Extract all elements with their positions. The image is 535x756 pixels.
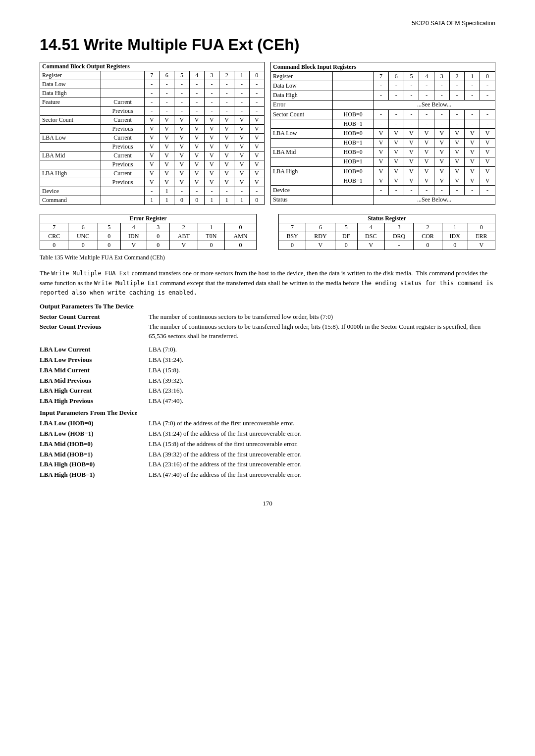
table-row: Sector Count Current VVVVVVVV [40,116,265,125]
param-row-lba-low-hob0: LBA Low (HOB=0) LBA (7:0) of the address… [40,419,495,428]
error-reg-header: Error Register [40,214,257,223]
table-row: 000V0V00 [40,241,257,250]
table-row: HOB=1 VVVVVVVV [271,138,495,148]
param-value-lmh0: LBA (15:8) of the address of the first u… [149,440,495,449]
param-label-llp: LBA Low Previous [40,356,92,363]
param-value-lmh1: LBA (39:32) of the address of the first … [149,450,495,459]
param-row-lba-high-prev: LBA High Previous LBA (47:40). [40,397,495,406]
param-value-scp: The number of continuous sectors to be t… [149,322,495,341]
param-label-lhp: LBA High Previous [40,397,93,404]
table-row: Data High -------- [271,91,495,100]
out-col-3: 3 [204,71,219,80]
reg-error-status-section: Error Register 76543210 CRCUNC0IDN0ABTT0… [40,214,495,250]
param-row-lba-mid-prev: LBA Mid Previous LBA (39:32). [40,376,495,386]
param-label-llh0: LBA Low (HOB=0) [40,419,94,427]
output-params-section: Output Parameters To The Device Sector C… [40,302,495,406]
param-label-lmh1: LBA Mid (HOB=1) [40,451,93,458]
param-value-llp: LBA (31:24). [149,355,495,365]
param-row-sector-count-prev: Sector Count Previous The number of cont… [40,322,495,341]
param-value-lhc: LBA (23:16). [149,386,495,396]
table-row: CRCUNC0IDN0ABTT0NAMN [40,232,257,241]
param-value-llh1: LBA (31:24) of the address of the first … [149,429,495,439]
page-title: 14.51 Write Multiple FUA Ext (CEh) [40,36,495,54]
param-label-scc: Sector Count Current [40,313,100,320]
param-row-lba-low-hob1: LBA Low (HOB=1) LBA (31:24) of the addre… [40,429,495,439]
table-row: Device -1------ [40,187,265,196]
table-row: Previous VVVVVVVV [40,143,265,151]
table-row: LBA Low Current VVVVVVVV [40,134,265,143]
table-row: 76543210 [40,223,257,232]
status-register-table: Status Register 76543210 BSYRDYDFDSCDRQC… [278,214,495,250]
param-row-sector-count-current: Sector Count Current The number of conti… [40,312,495,322]
table-row: Previous VVVVVVVV [40,178,265,187]
param-value-llc: LBA (7:0). [149,345,495,354]
table-row: LBA Low HOB=0 VVVVVVVV [271,129,495,138]
table-row: Feature Current -------- [40,98,265,107]
out-col-7: 7 [144,71,159,80]
param-value-scc: The number of continuous sectors to be t… [149,312,495,322]
input-params-section: Input Parameters From The Device LBA Low… [40,409,495,480]
page-number: 170 [40,500,495,507]
output-reg-header: Command Block Output Registers [40,62,265,71]
param-row-lba-low-prev: LBA Low Previous LBA (31:24). [40,355,495,365]
table-row: Data High -------- [40,89,265,98]
param-row-lba-mid-cur: LBA Mid Current LBA (15:8). [40,366,495,375]
input-reg-header: Command Block Input Registers [271,62,495,72]
param-row-lba-mid-hob1: LBA Mid (HOB=1) LBA (39:32) of the addre… [40,450,495,459]
doc-title-text: 5K320 SATA OEM Specification [412,20,495,27]
param-label-lhh1: LBA High (HOB=1) [40,471,95,478]
main-tables-row: Command Block Output Registers Register … [40,62,495,205]
out-col-5: 5 [174,71,189,80]
param-label-llc: LBA Low Current [40,346,90,353]
out-col-4: 4 [189,71,204,80]
table-row: 76543210 [279,223,495,232]
param-value-lhp: LBA (47:40). [149,397,495,406]
param-row-lba-low-cur: LBA Low Current LBA (7:0). [40,345,495,354]
table-row: BSYRDYDFDSCDRQCORIDXERR [279,232,495,241]
out-col-0: 0 [249,71,264,80]
error-register-table: Error Register 76543210 CRCUNC0IDN0ABTT0… [40,214,257,250]
table-row: HOB=1 -------- [271,119,495,129]
table-row: Data Low -------- [40,80,265,89]
out-col-register: Register [40,71,101,80]
param-label-llh1: LBA Low (HOB=1) [40,430,94,437]
param-value-llh0: LBA (7:0) of the address of the first un… [149,419,495,428]
param-row-lba-mid-hob0: LBA Mid (HOB=0) LBA (15:8) of the addres… [40,440,495,449]
param-label-lmh0: LBA Mid (HOB=0) [40,440,93,448]
table-row: LBA Mid Current VVVVVVVV [40,151,265,160]
status-reg-header: Status Register [279,214,495,223]
table-row: Command 11001110 [40,196,265,205]
param-row-lba-high-hob1: LBA High (HOB=1) LBA (47:40) of the addr… [40,470,495,480]
table-row: Previous -------- [40,107,265,116]
table-row: Sector Count HOB=0 -------- [271,109,495,119]
param-label-lhh0: LBA High (HOB=0) [40,460,95,468]
input-registers-table: Command Block Input Registers Register 7… [270,62,495,205]
table-caption: Table 135 Write Multiple FUA Ext Command… [40,254,495,261]
out-col-sub [101,71,144,80]
table-row: Device -------- [271,186,495,195]
table-row: HOB=1 VVVVVVVV [271,157,495,166]
table-row: Status ...See Below... [271,195,495,204]
param-value-lmp: LBA (39:32). [149,376,495,386]
description-para1: The Write Multiple FUA Ext command trans… [40,268,495,298]
table-row: Previous VVVVVVVV [40,160,265,169]
description-block: The Write Multiple FUA Ext command trans… [40,268,495,298]
param-row-lba-high-cur: LBA High Current LBA (23:16). [40,386,495,396]
table-row: LBA Mid HOB=0 VVVVVVVV [271,148,495,157]
param-label-lmp: LBA Mid Previous [40,377,91,384]
table-row: Data Low -------- [271,81,495,91]
param-value-lhh1: LBA (47:40) of the address of the first … [149,470,495,480]
table-row: LBA High HOB=0 VVVVVVVV [271,167,495,176]
out-col-1: 1 [234,71,249,80]
param-row-lba-high-hob0: LBA High (HOB=0) LBA (23:16) of the addr… [40,460,495,469]
param-label-lhc: LBA High Current [40,387,92,394]
param-label-lmc: LBA Mid Current [40,366,90,374]
table-row: 0V0V-00V [279,241,495,250]
out-col-2: 2 [219,71,234,80]
table-row: Error ...See Below... [271,100,495,109]
param-value-lmc: LBA (15:8). [149,366,495,375]
doc-header: 5K320 SATA OEM Specification [40,20,495,27]
output-params-title: Output Parameters To The Device [40,302,495,310]
output-registers-table: Command Block Output Registers Register … [40,62,265,205]
table-spacer [263,214,272,250]
